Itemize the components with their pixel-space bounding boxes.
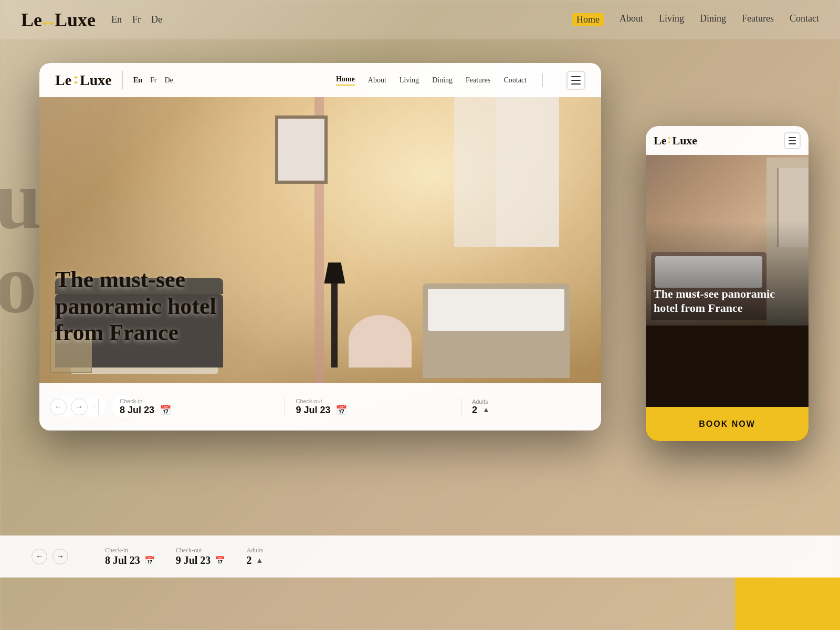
mobile-logo: Le ✦ ✦ Luxe	[654, 134, 697, 148]
picture-frame-decoration	[275, 116, 328, 184]
booking-next-button[interactable]: →	[71, 398, 88, 415]
hamburger-button[interactable]	[566, 71, 585, 90]
mobile-hamburger-line-3	[789, 143, 796, 144]
adults-value-row: 2 ▲	[472, 405, 580, 416]
desktop-logo: Le ✦ ✦ Luxe	[55, 72, 112, 89]
yellow-accent-decoration	[735, 578, 840, 630]
checkin-calendar-icon[interactable]: 📅	[160, 404, 171, 416]
mobile-hero-text: The must-see panoramic hotel from France	[654, 287, 801, 315]
nav-features[interactable]: Features	[466, 76, 490, 85]
hero-title: The must-see panoramic hotel from France	[55, 267, 255, 346]
checkout-value: 9 Jul 23	[296, 405, 330, 416]
mobile-hero-title: The must-see panoramic hotel from France	[654, 287, 801, 315]
bg-checkin-field: Check-in 8 Jul 23 📅	[105, 547, 155, 566]
mobile-card: The must-see panoramic hotel from France…	[646, 126, 808, 441]
checkin-label: Check-in	[120, 398, 274, 404]
nav-home[interactable]: Home	[336, 75, 355, 86]
bg-nav-about: About	[620, 13, 643, 26]
bg-adults-field: Adults 2 ▲	[246, 547, 263, 566]
adults-value: 2	[472, 405, 477, 416]
mobile-hero-bg: The must-see panoramic hotel from France	[646, 126, 808, 326]
mobile-book-now-button[interactable]: BOOK NOW	[646, 407, 808, 441]
bg-prev-btn: ←	[32, 549, 47, 564]
nav-about[interactable]: About	[368, 76, 386, 85]
lamp-decoration	[331, 262, 338, 368]
logo-luxe: Luxe	[80, 72, 112, 89]
checkout-field: Check-out 9 Jul 23 📅	[285, 398, 461, 416]
mobile-navbar: Le ✦ ✦ Luxe	[646, 126, 808, 155]
checkout-calendar-icon[interactable]: 📅	[335, 404, 347, 416]
bg-nav-home: Home	[572, 13, 604, 26]
adults-chevron-icon[interactable]: ▲	[482, 406, 490, 414]
logo-divider	[122, 71, 123, 89]
desktop-card: Le ✦ ✦ Luxe En Fr De Home About Living D…	[39, 63, 601, 430]
hamburger-line-2	[571, 80, 581, 81]
logo-le: Le	[55, 72, 71, 89]
booking-prev-button[interactable]: ←	[50, 398, 67, 415]
bg-lang-fr: Fr	[132, 14, 141, 25]
lang-fr[interactable]: Fr	[150, 76, 156, 85]
desktop-lang-switcher: En Fr De	[133, 76, 173, 85]
mobile-hamburger-line-1	[789, 137, 796, 138]
desktop-booking-bar: ← → Check-in 8 Jul 23 📅 Check-out 9 Jul …	[39, 383, 601, 430]
mobile-hamburger-button[interactable]	[784, 132, 801, 149]
checkin-value: 8 Jul 23	[120, 405, 154, 416]
lang-en[interactable]: En	[133, 76, 142, 85]
nav-contact[interactable]: Contact	[503, 76, 527, 85]
nav-separator	[542, 74, 543, 87]
bg-lang-switcher: En Fr De	[111, 14, 162, 25]
hero-text-block: The must-see panoramic hotel from France	[55, 267, 255, 346]
bg-lang-de: De	[151, 14, 162, 25]
mobile-logo-stars: ✦ ✦	[666, 136, 672, 145]
adults-field: Adults 2 ▲	[461, 398, 591, 416]
bed-decoration	[423, 284, 570, 378]
nav-dining[interactable]: Dining	[432, 76, 453, 85]
mobile-logo-luxe: Luxe	[672, 134, 697, 148]
checkin-field: Check-in 8 Jul 23 📅	[109, 398, 285, 416]
bg-nav-contact: Contact	[790, 13, 819, 26]
lang-de[interactable]: De	[164, 76, 173, 85]
hamburger-line-1	[571, 76, 581, 77]
desktop-navbar: Le ✦ ✦ Luxe En Fr De Home About Living D…	[39, 63, 601, 97]
hamburger-line-3	[571, 83, 581, 85]
desktop-nav-links: Home About Living Dining Features Contac…	[336, 71, 585, 90]
adults-label: Adults	[472, 398, 580, 405]
logo-stars: ✦ ✦	[72, 75, 79, 86]
booking-nav-buttons: ← →	[50, 398, 99, 415]
bg-navbar: Le✦✦Luxe En Fr De Home About Living Dini…	[0, 0, 840, 39]
bg-booking-bar: ← → Check-in 8 Jul 23 📅 Check-out 9 Jul …	[0, 536, 840, 578]
bg-checkout-field: Check-out 9 Jul 23 📅	[176, 547, 226, 566]
bg-nav-links: Home About Living Dining Features Contac…	[572, 13, 819, 26]
bg-nav-features: Features	[742, 13, 774, 26]
checkout-label: Check-out	[296, 398, 450, 404]
bg-logo: Le✦✦Luxe	[21, 9, 96, 31]
bg-nav-living: Living	[659, 13, 684, 26]
checkin-value-row: 8 Jul 23 📅	[120, 404, 274, 416]
mobile-hamburger-line-2	[789, 140, 796, 141]
mobile-book-now-label: BOOK NOW	[699, 419, 755, 429]
bg-nav-dining: Dining	[700, 13, 726, 26]
nav-living[interactable]: Living	[400, 76, 419, 85]
chair-decoration	[349, 315, 412, 368]
bg-next-btn: →	[52, 549, 68, 564]
mobile-logo-le: Le	[654, 134, 666, 148]
bg-lang-en: En	[111, 14, 122, 25]
checkout-value-row: 9 Jul 23 📅	[296, 404, 450, 416]
